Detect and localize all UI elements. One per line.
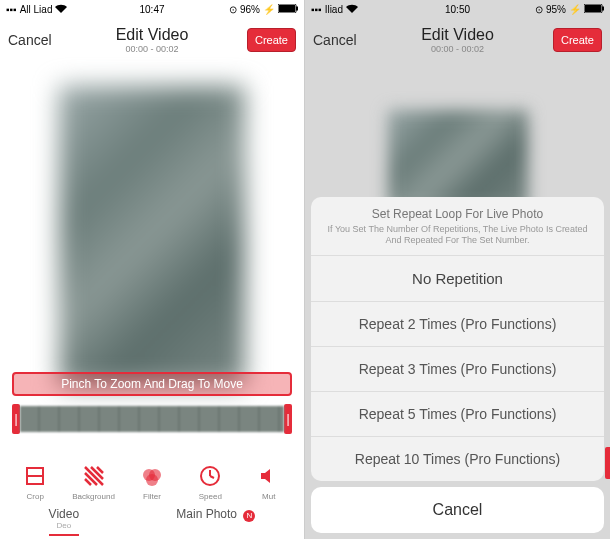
battery-icon [278, 4, 298, 15]
svg-point-7 [146, 474, 158, 486]
option-no-repetition[interactable]: No Repetition [311, 255, 604, 301]
sheet-header: Set Repeat Loop For Live Photo If You Se… [311, 197, 604, 255]
sheet-title: Set Repeat Loop For Live Photo [323, 207, 592, 221]
tool-crop[interactable]: Crop [8, 463, 62, 501]
crop-icon [22, 463, 48, 489]
video-preview-area [305, 62, 610, 210]
time-range: 00:00 - 00:02 [116, 44, 189, 54]
carrier-label: Iliad [325, 4, 343, 15]
tab-sublabel: Deo [49, 521, 79, 530]
tab-label: Main Photo [176, 507, 237, 521]
screen-edit-video: ▪▪▪ All Liad 10:47 ⊙ 96% ⚡ Cancel Edit V… [0, 0, 305, 539]
option-repeat-3[interactable]: Repeat 3 Times (Pro Functions) [311, 346, 604, 391]
tab-label: Video [49, 507, 79, 521]
svg-rect-13 [602, 6, 604, 10]
tool-filter[interactable]: Filter [125, 463, 179, 501]
clock: 10:47 [139, 4, 164, 15]
tool-mute[interactable]: Mut [242, 463, 296, 501]
toolbar: Crop Background Filter Speed Mut [0, 463, 304, 501]
status-bar: ▪▪▪ All Liad 10:47 ⊙ 96% ⚡ [0, 0, 304, 18]
tool-label: Filter [143, 492, 161, 501]
battery-percent: 96% [240, 4, 260, 15]
charging-icon: ⚡ [263, 4, 275, 15]
tab-video[interactable]: VideoDeo [49, 504, 79, 533]
create-button[interactable]: Create [553, 28, 602, 52]
mute-icon [256, 463, 282, 489]
signal-icon: ▪▪▪ [311, 4, 322, 15]
status-bar: ▪▪▪ Iliad 10:50 ⊙ 95% ⚡ [305, 0, 610, 18]
battery-icon [584, 4, 604, 15]
alarm-icon: ⊙ [535, 4, 543, 15]
tab-main-photo[interactable]: Main Photo N [176, 504, 255, 533]
svg-rect-2 [296, 6, 298, 10]
svg-rect-1 [279, 5, 295, 12]
timeline-handle-right[interactable]: | [284, 404, 292, 434]
sheet-cancel-button[interactable]: Cancel [311, 487, 604, 533]
cancel-button[interactable]: Cancel [8, 32, 52, 48]
bottom-tabs: VideoDeo Main Photo N [0, 504, 304, 533]
tool-speed[interactable]: Speed [183, 463, 237, 501]
screen-repeat-sheet: ▪▪▪ Iliad 10:50 ⊙ 95% ⚡ Cancel Edit Vide… [305, 0, 610, 539]
zoom-hint-overlay: Pinch To Zoom And Drag To Move [12, 372, 292, 396]
svg-rect-12 [585, 5, 601, 12]
option-repeat-5[interactable]: Repeat 5 Times (Pro Functions) [311, 391, 604, 436]
svg-line-10 [210, 476, 214, 478]
nav-bar: Cancel Edit Video 00:00 - 00:02 Create [0, 18, 304, 62]
option-repeat-2[interactable]: Repeat 2 Times (Pro Functions) [311, 301, 604, 346]
action-sheet: Set Repeat Loop For Live Photo If You Se… [311, 197, 604, 539]
video-preview-area[interactable] [0, 62, 304, 386]
speed-icon [197, 463, 223, 489]
clock: 10:50 [445, 4, 470, 15]
tool-background[interactable]: Background [67, 463, 121, 501]
edge-indicator [605, 447, 610, 479]
timeline-track[interactable] [20, 406, 284, 432]
sheet-description: If You Set The Number Of Repetitions, Th… [323, 224, 592, 247]
wifi-icon [346, 4, 358, 15]
sheet-panel: Set Repeat Loop For Live Photo If You Se… [311, 197, 604, 481]
timeline[interactable]: | | [12, 404, 292, 434]
nav-bar: Cancel Edit Video 00:00 - 00:02 Create [305, 18, 610, 62]
battery-percent: 95% [546, 4, 566, 15]
signal-icon: ▪▪▪ [6, 4, 17, 15]
page-title: Edit Video [421, 26, 494, 44]
create-button[interactable]: Create [247, 28, 296, 52]
option-repeat-10[interactable]: Repeat 10 Times (Pro Functions) [311, 436, 604, 481]
cancel-button[interactable]: Cancel [313, 32, 357, 48]
filter-icon [139, 463, 165, 489]
new-badge: N [243, 510, 255, 522]
alarm-icon: ⊙ [229, 4, 237, 15]
video-preview[interactable] [59, 86, 245, 386]
carrier-label: All Liad [20, 4, 53, 15]
wifi-icon [55, 4, 67, 15]
page-title: Edit Video [116, 26, 189, 44]
pattern-icon [81, 463, 107, 489]
tool-label: Background [72, 492, 115, 501]
tool-label: Mut [262, 492, 275, 501]
time-range: 00:00 - 00:02 [421, 44, 494, 54]
tool-label: Speed [199, 492, 222, 501]
charging-icon: ⚡ [569, 4, 581, 15]
tool-label: Crop [27, 492, 44, 501]
timeline-handle-left[interactable]: | [12, 404, 20, 434]
video-preview [388, 110, 528, 210]
